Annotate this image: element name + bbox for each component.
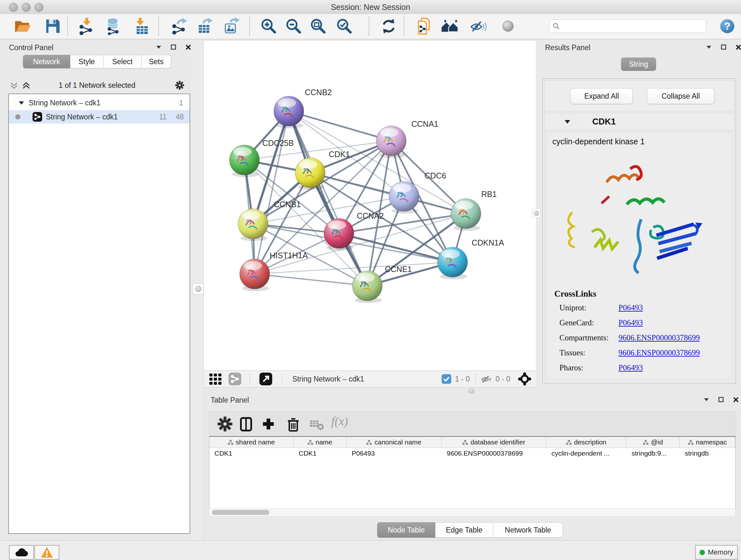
protein-structure-image — [561, 152, 708, 279]
tab-edge-table[interactable]: Edge Table — [435, 522, 493, 538]
splitter-handle[interactable] — [193, 284, 204, 294]
right-splitter-handle[interactable] — [532, 209, 541, 218]
column-header-canonical-name[interactable]: canonical name — [347, 437, 442, 448]
crosslink-value-link[interactable]: P06493 — [618, 318, 643, 327]
panel-close-icon[interactable] — [735, 44, 741, 51]
tab-network-table[interactable]: Network Table — [493, 522, 563, 538]
tab-select[interactable]: Select — [104, 55, 142, 68]
tab-style[interactable]: Style — [70, 55, 104, 68]
table-cell[interactable]: CDK1 — [209, 448, 293, 459]
hide-visual-properties-button[interactable] — [469, 17, 488, 36]
table-tabs: Node Table Edge Table Network Table — [377, 522, 563, 538]
import-table-button[interactable] — [132, 17, 150, 36]
apply-layout-button[interactable] — [380, 17, 398, 36]
search-input[interactable] — [560, 22, 706, 30]
memory-label: Memory — [708, 548, 733, 557]
graph-node-CDKN1A[interactable]: CDKN1A — [437, 238, 504, 279]
table-cell[interactable]: stringdb — [680, 448, 735, 459]
import-network-button[interactable] — [77, 17, 96, 36]
cloud-status-button[interactable] — [9, 545, 34, 560]
tab-sets[interactable]: Sets — [142, 55, 171, 68]
disclosure-triangle-icon[interactable] — [564, 118, 570, 125]
network-options-gear-icon[interactable] — [175, 80, 185, 90]
left-splitter[interactable] — [191, 41, 204, 540]
tab-network[interactable]: Network — [23, 55, 70, 68]
delete-column-trash-icon[interactable] — [285, 416, 301, 432]
panel-close-icon[interactable] — [185, 44, 192, 51]
zoom-selected-button[interactable] — [335, 17, 354, 36]
grid-view-icon[interactable] — [209, 372, 223, 386]
column-tree-icon — [643, 440, 649, 445]
control-panel: Control Panel Network Style Select Sets … — [3, 41, 191, 540]
crosslink-label: Tissues: — [559, 348, 618, 357]
graph-node-CCNA1[interactable]: CCNA1 — [376, 119, 439, 158]
export-network-button[interactable] — [170, 17, 188, 36]
zoom-out-button[interactable] — [284, 17, 303, 36]
panel-menu-icon[interactable] — [156, 44, 162, 51]
search-field — [549, 19, 706, 33]
column-header-description[interactable]: description — [546, 437, 626, 448]
disclosure-triangle-icon[interactable] — [18, 100, 24, 106]
appearance-sphere-button[interactable] — [499, 17, 517, 36]
node-table[interactable]: shared namenamecanonical namedatabase id… — [209, 436, 736, 516]
import-network-from-database-button[interactable] — [104, 17, 122, 36]
cdk1-section-header[interactable]: CDK1 — [544, 113, 734, 131]
scrollbar-thumb[interactable] — [212, 510, 269, 515]
table-cell[interactable]: stringdb:9... — [626, 448, 680, 459]
table-cell[interactable]: P06493 — [347, 448, 442, 459]
main-toolbar: ? — [0, 14, 741, 39]
gene-description: cyclin-dependent kinase 1 — [552, 137, 645, 146]
panel-menu-icon[interactable] — [706, 44, 712, 51]
network-view-icon[interactable] — [228, 373, 241, 385]
crosslink-value-link[interactable]: P06493 — [618, 303, 643, 312]
expand-all-button[interactable]: Expand All — [570, 88, 633, 104]
birds-eye-move-icon[interactable] — [518, 372, 531, 386]
add-column-icon[interactable] — [260, 416, 276, 432]
collapse-all-button[interactable]: Collapse All — [647, 88, 715, 104]
zoom-fit-button[interactable] — [309, 17, 327, 36]
selected-counts: 1 - 0 — [455, 375, 470, 383]
open-in-window-icon[interactable] — [259, 373, 272, 385]
table-settings-gear-icon[interactable] — [217, 416, 233, 432]
panel-float-icon[interactable] — [721, 44, 727, 51]
panel-float-icon[interactable] — [718, 396, 724, 403]
selected-checkbox-icon[interactable] — [442, 374, 451, 384]
column-header-name[interactable]: name — [293, 437, 347, 448]
eye-slash-icon — [469, 17, 487, 35]
show-columns-icon[interactable] — [238, 416, 254, 432]
table-horizontal-scrollbar[interactable] — [209, 508, 736, 516]
graph-node-CCNB2[interactable]: CCNB2 — [274, 88, 332, 128]
table-cell[interactable]: cyclin-dependent ... — [546, 448, 626, 459]
export-image-button[interactable] — [223, 17, 241, 36]
table-row[interactable]: CDK1CDK1P064939606.ENSP00000378699cyclin… — [209, 448, 735, 459]
panel-close-icon[interactable] — [733, 396, 739, 403]
crosslink-value-link[interactable]: 9606.ENSP00000378699 — [618, 348, 700, 357]
panel-menu-icon[interactable] — [703, 396, 710, 403]
table-cell[interactable]: CDK1 — [293, 448, 347, 459]
zoom-in-button[interactable] — [259, 17, 278, 36]
save-session-button[interactable] — [43, 17, 62, 36]
network-graph[interactable]: CCNB2CCNA1CDC25BCDK1CDC6RB1CCNB1CCNA2CDK… — [204, 41, 536, 370]
crosslink-value-link[interactable]: P06493 — [618, 363, 643, 372]
open-session-button[interactable] — [13, 17, 31, 36]
tab-string[interactable]: String — [621, 57, 656, 71]
column-header-shared-name[interactable]: shared name — [209, 437, 293, 448]
home-networks-button[interactable] — [441, 17, 459, 36]
graph-node-RB1[interactable]: RB1 — [451, 190, 497, 231]
column-header-namespac[interactable]: namespac — [680, 437, 735, 448]
column-header-database-identifier[interactable]: database identifier — [442, 437, 546, 448]
warnings-button[interactable] — [35, 545, 59, 560]
memory-button[interactable]: Memory — [695, 545, 738, 560]
panel-float-icon[interactable] — [171, 44, 177, 51]
network-row-selected[interactable]: String Network – cdk1 11 48 — [9, 110, 190, 124]
network-collection-row[interactable]: String Network – cdk1 1 — [9, 96, 190, 110]
graph-node-CDC6[interactable]: CDC6 — [389, 171, 446, 213]
help-button[interactable]: ? — [718, 17, 737, 36]
tab-node-table[interactable]: Node Table — [377, 522, 435, 538]
crosslink-value-link[interactable]: 9606.ENSP00000378699 — [618, 333, 700, 342]
clone-network-button[interactable] — [415, 17, 433, 36]
column-header-@id[interactable]: @id — [626, 437, 680, 448]
export-table-button[interactable] — [196, 17, 214, 36]
graph-node-CCNE1[interactable]: CCNE1 — [352, 265, 412, 303]
table-cell[interactable]: 9606.ENSP00000378699 — [442, 448, 546, 459]
